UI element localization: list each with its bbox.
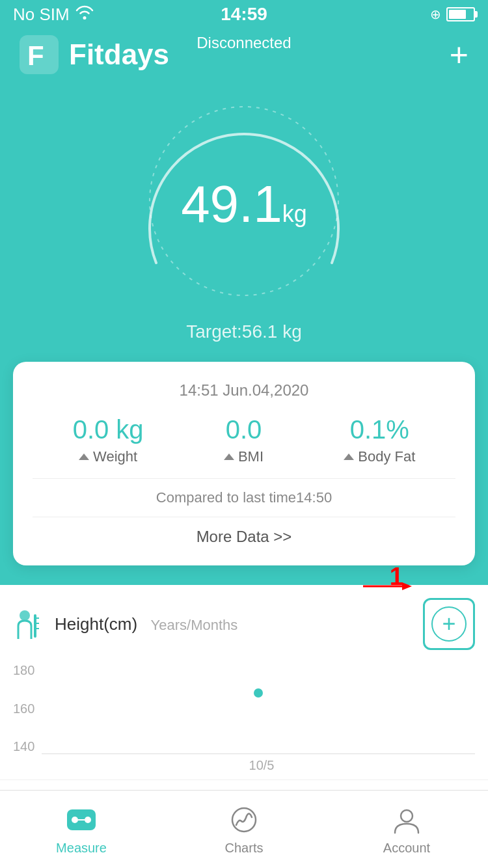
- tab-charts-label: Charts: [225, 841, 264, 856]
- data-card-time: 14:51 Jun.04,2020: [33, 381, 455, 400]
- y-label-140: 140: [13, 739, 35, 754]
- app-header: F Fitdays Disconnected +: [0, 29, 488, 74]
- divider-2: [33, 517, 455, 517]
- annotation-container: 1 +: [423, 598, 475, 650]
- weight-triangle-icon: [79, 454, 89, 460]
- carrier-text: No SIM: [13, 5, 70, 25]
- app-logo-icon: F: [20, 35, 59, 74]
- chart-header-left: Height(cm) Years/Months: [13, 608, 237, 640]
- divider-1: [33, 478, 455, 479]
- add-circle-icon[interactable]: +: [431, 606, 467, 642]
- x-label: 10/5: [249, 758, 275, 772]
- chart-add-button[interactable]: +: [423, 598, 475, 650]
- gauge-number: 49.1: [181, 175, 282, 233]
- compared-text: Compared to last time14:50: [33, 489, 455, 506]
- svg-point-18: [401, 810, 413, 822]
- bodyfat-label-row: Body Fat: [344, 448, 415, 465]
- tab-bar: Measure Charts Account: [0, 790, 488, 868]
- chart-header: Height(cm) Years/Months 1 +: [13, 598, 475, 650]
- chart-subtitle: Years/Months: [151, 617, 238, 633]
- weight-metric: 0.0 kg Weight: [73, 415, 144, 465]
- y-label-180: 180: [13, 663, 35, 678]
- chart-data-point: [254, 688, 263, 698]
- tab-charts[interactable]: Charts: [163, 803, 325, 856]
- bodyfat-triangle-icon: [344, 454, 354, 460]
- battery-icon: [446, 7, 475, 21]
- bodyfat-label: Body Fat: [358, 448, 415, 465]
- annotation-arrow-icon: [363, 580, 415, 599]
- bmi-triangle-icon: [224, 454, 234, 460]
- tab-account-label: Account: [383, 841, 430, 856]
- svg-point-3: [20, 610, 30, 621]
- connection-status: Disconnected: [197, 34, 291, 51]
- gauge-unit: kg: [282, 200, 307, 227]
- svg-marker-9: [402, 582, 412, 590]
- lock-icon: ⊕: [430, 7, 441, 22]
- account-tab-icon: [390, 803, 424, 837]
- chart-section: Height(cm) Years/Months 1 + 180 160 140: [0, 585, 488, 773]
- bmi-label: BMI: [238, 448, 264, 465]
- chart-x-axis: 10/5: [48, 758, 475, 773]
- header-left: F Fitdays: [20, 35, 169, 74]
- y-label-160: 160: [13, 701, 35, 716]
- data-card: 14:51 Jun.04,2020 0.0 kg Weight 0.0 BMI …: [13, 362, 475, 565]
- bodyfat-metric: 0.1% Body Fat: [344, 415, 415, 465]
- chart-y-axis: 180 160 140: [13, 663, 42, 754]
- bodyfat-value: 0.1%: [350, 415, 409, 444]
- svg-text:F: F: [27, 40, 44, 71]
- chart-title: Height(cm): [55, 614, 137, 634]
- weight-label-row: Weight: [79, 448, 137, 465]
- weight-label: Weight: [93, 448, 137, 465]
- charts-tab-icon: [227, 803, 261, 837]
- svg-point-17: [232, 808, 256, 832]
- gauge-area: 49.1kg Target:56.1 kg: [0, 74, 488, 362]
- gauge-container: 49.1kg: [127, 94, 361, 315]
- tab-measure[interactable]: Measure: [0, 803, 163, 856]
- status-bar: No SIM 14:59 ⊕: [0, 0, 488, 29]
- data-metrics: 0.0 kg Weight 0.0 BMI 0.1% Body Fat: [33, 415, 455, 465]
- bmi-value: 0.0: [226, 415, 262, 444]
- more-data-button[interactable]: More Data >>: [33, 528, 455, 546]
- status-left: No SIM: [13, 5, 94, 25]
- chart-title-group: Height(cm) Years/Months: [55, 614, 237, 634]
- app-title: Fitdays: [69, 38, 169, 71]
- bmi-metric: 0.0 BMI: [224, 415, 264, 465]
- tab-account[interactable]: Account: [325, 803, 488, 856]
- height-person-icon: [13, 608, 46, 640]
- weight-value: 0.0 kg: [73, 415, 144, 444]
- tab-measure-label: Measure: [56, 841, 107, 856]
- gauge-target: Target:56.1 kg: [186, 321, 301, 342]
- add-button[interactable]: +: [450, 38, 468, 71]
- gauge-value: 49.1kg: [181, 174, 307, 234]
- status-right: ⊕: [430, 7, 475, 22]
- wifi-icon: [75, 5, 94, 23]
- status-time: 14:59: [221, 4, 267, 25]
- chart-plot-area: [42, 663, 475, 754]
- svg-point-16: [85, 817, 91, 823]
- measure-tab-icon: [64, 803, 98, 837]
- bmi-label-row: BMI: [224, 448, 264, 465]
- svg-point-15: [72, 817, 78, 823]
- mini-chart: 180 160 140 10/5: [13, 657, 475, 773]
